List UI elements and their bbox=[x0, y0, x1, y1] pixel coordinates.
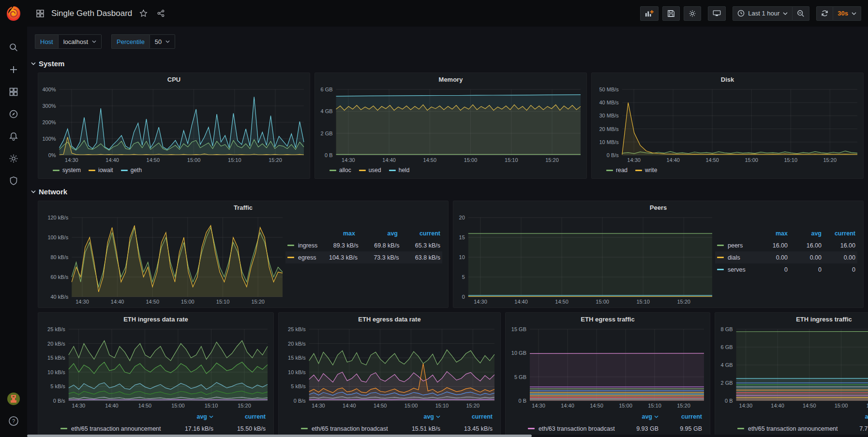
legend-col-current[interactable]: current bbox=[440, 413, 493, 420]
legend-item[interactable]: write bbox=[635, 167, 657, 174]
legend-col-avg[interactable]: avg bbox=[838, 413, 868, 420]
svg-text:15 GB: 15 GB bbox=[511, 326, 526, 332]
legend-item[interactable]: eth/65 transaction broadcast bbox=[301, 425, 388, 432]
legend-item[interactable]: ingress bbox=[287, 242, 317, 249]
svg-text:100 kB/s: 100 kB/s bbox=[47, 234, 68, 240]
svg-text:0 B/s: 0 B/s bbox=[607, 152, 619, 158]
legend-row: eth/65 transaction announcement 17.16 kB… bbox=[60, 422, 266, 435]
svg-text:15:10: 15:10 bbox=[867, 403, 868, 408]
configuration-gear-icon[interactable] bbox=[0, 147, 27, 170]
panel-title[interactable]: ETH egress traffic bbox=[506, 313, 710, 325]
panel-cpu: CPU 0%100%200%300%400%14:3014:4014:5015:… bbox=[38, 73, 310, 179]
panel-title[interactable]: Peers bbox=[453, 201, 863, 214]
svg-text:6 GB: 6 GB bbox=[321, 87, 333, 92]
refresh-interval-label: 30s bbox=[838, 10, 848, 17]
horizontal-scrollbar[interactable] bbox=[27, 435, 868, 437]
panel-title[interactable]: ETH egress data rate bbox=[279, 313, 500, 325]
legend-item[interactable]: used bbox=[359, 167, 381, 174]
save-dashboard-button[interactable] bbox=[662, 6, 680, 21]
alerting-bell-icon[interactable] bbox=[0, 125, 27, 147]
series-color-swatch bbox=[60, 428, 67, 429]
dashboard-settings-button[interactable] bbox=[684, 6, 701, 21]
help-icon[interactable]: ? bbox=[0, 410, 27, 432]
zoom-out-time-button[interactable] bbox=[793, 6, 809, 21]
add-panel-button[interactable] bbox=[640, 6, 658, 21]
eth-egress-rate-legend: avg current eth/65 transaction broadcast… bbox=[282, 409, 497, 435]
variable-host-dropdown[interactable]: localhost bbox=[58, 34, 102, 49]
explore-compass-icon[interactable] bbox=[0, 103, 27, 125]
legend-item[interactable]: dials bbox=[717, 254, 754, 261]
svg-text:14:30: 14:30 bbox=[739, 403, 753, 408]
panel-title[interactable]: Disk bbox=[592, 73, 863, 86]
eth-ingress-traffic-chart[interactable]: 0 B2 GB4 GB6 GB8 GB14:3014:4014:5015:001… bbox=[718, 325, 868, 409]
legend-item[interactable]: geth bbox=[121, 167, 142, 174]
series-color-swatch bbox=[606, 170, 613, 171]
variable-percentile-dropdown[interactable]: 50 bbox=[150, 34, 175, 49]
legend-col-current[interactable]: current bbox=[213, 413, 266, 420]
variable-percentile-label[interactable]: Percentile bbox=[111, 34, 150, 49]
legend-col-avg[interactable]: avg bbox=[615, 413, 658, 420]
svg-text:15:20: 15:20 bbox=[823, 157, 837, 163]
eth-egress-traffic-chart[interactable]: 0 B5 GB10 GB15 GB14:3014:4014:5015:0015:… bbox=[509, 325, 707, 409]
legend-item[interactable]: egress bbox=[287, 254, 316, 261]
grafana-logo-icon[interactable] bbox=[5, 5, 22, 22]
row-toggle-network[interactable]: Network bbox=[31, 188, 864, 196]
panel-title[interactable]: ETH ingress data rate bbox=[38, 313, 273, 325]
legend-item[interactable]: eth/65 transaction announcement bbox=[737, 425, 838, 432]
dashboard-title[interactable]: Single Geth Dasboard bbox=[51, 9, 132, 18]
legend-item[interactable]: alloc bbox=[329, 167, 351, 174]
legend-item[interactable]: peers bbox=[717, 242, 754, 249]
legend-item[interactable]: read bbox=[606, 167, 628, 174]
variable-host-label[interactable]: Host bbox=[35, 34, 58, 49]
disk-chart[interactable]: 0 B/s10 MB/s20 MB/s30 MB/s40 MB/s50 MB/s… bbox=[595, 86, 860, 164]
legend-item[interactable]: eth/65 transaction announcement bbox=[60, 425, 161, 432]
legend-col-avg[interactable]: avg bbox=[161, 413, 213, 420]
legend-col-current[interactable]: current bbox=[398, 230, 440, 237]
legend-col-max[interactable]: max bbox=[754, 230, 788, 237]
sort-caret-icon bbox=[654, 415, 658, 418]
legend-item[interactable]: eth/63 transaction broadcast bbox=[528, 425, 615, 432]
user-avatar[interactable] bbox=[0, 388, 27, 410]
svg-text:14:30: 14:30 bbox=[312, 403, 325, 408]
favorite-star-icon[interactable] bbox=[137, 7, 150, 20]
peers-chart[interactable]: 0510152014:3014:4014:5015:0015:1015:20 bbox=[456, 214, 715, 306]
svg-text:15: 15 bbox=[459, 234, 465, 240]
refresh-interval-picker[interactable]: 30s bbox=[833, 6, 861, 21]
panel-title[interactable]: Traffic bbox=[38, 201, 448, 214]
svg-text:10 MB/s: 10 MB/s bbox=[599, 139, 619, 145]
svg-text:0 B: 0 B bbox=[725, 398, 733, 404]
svg-text:14:30: 14:30 bbox=[75, 299, 89, 305]
legend-item[interactable]: iowait bbox=[89, 167, 113, 174]
dashboards-icon[interactable] bbox=[0, 81, 27, 103]
panel-title[interactable]: CPU bbox=[38, 73, 310, 86]
legend-item[interactable]: serves bbox=[717, 266, 754, 273]
svg-text:30 MB/s: 30 MB/s bbox=[599, 113, 619, 118]
panel-title[interactable]: Memory bbox=[315, 73, 586, 86]
share-icon[interactable] bbox=[154, 7, 167, 20]
traffic-chart[interactable]: 40 kB/s60 kB/s80 kB/s100 kB/s120 kB/s14:… bbox=[41, 214, 285, 306]
legend-col-avg[interactable]: avg bbox=[388, 413, 440, 420]
time-range-picker[interactable]: Last 1 hour bbox=[733, 6, 793, 21]
legend-col-current[interactable]: current bbox=[822, 230, 855, 237]
cycle-view-mode-button[interactable] bbox=[708, 6, 726, 21]
search-icon[interactable] bbox=[0, 36, 27, 58]
legend-col-avg[interactable]: avg bbox=[788, 230, 822, 237]
legend-col-max[interactable]: max bbox=[313, 230, 355, 237]
refresh-button[interactable] bbox=[816, 6, 833, 21]
eth-egress-rate-chart[interactable]: 0 B/s5 kB/s10 kB/s15 kB/s20 kB/s25 kB/s1… bbox=[282, 325, 497, 409]
legend-item[interactable]: system bbox=[53, 167, 81, 174]
svg-text:14:40: 14:40 bbox=[343, 403, 356, 408]
legend-col-avg[interactable]: avg bbox=[355, 230, 398, 237]
cpu-chart[interactable]: 0%100%200%300%400%14:3014:4014:5015:0015… bbox=[41, 86, 307, 164]
panel-title[interactable]: ETH ingress traffic bbox=[715, 313, 868, 325]
svg-text:15:00: 15:00 bbox=[596, 299, 609, 305]
memory-chart[interactable]: 0 B2 GB4 GB6 GB14:3014:4014:5015:0015:10… bbox=[318, 86, 584, 164]
legend-col-current[interactable]: current bbox=[658, 413, 702, 420]
svg-text:15:10: 15:10 bbox=[216, 299, 230, 305]
eth-ingress-rate-chart[interactable]: 0 B/s5 kB/s10 kB/s15 kB/s20 kB/s25 kB/s1… bbox=[41, 325, 270, 409]
create-plus-icon[interactable] bbox=[0, 58, 27, 81]
legend-item[interactable]: held bbox=[389, 167, 410, 174]
svg-text:14:50: 14:50 bbox=[555, 299, 569, 305]
server-admin-shield-icon[interactable] bbox=[0, 170, 27, 192]
row-toggle-system[interactable]: System bbox=[31, 59, 864, 68]
